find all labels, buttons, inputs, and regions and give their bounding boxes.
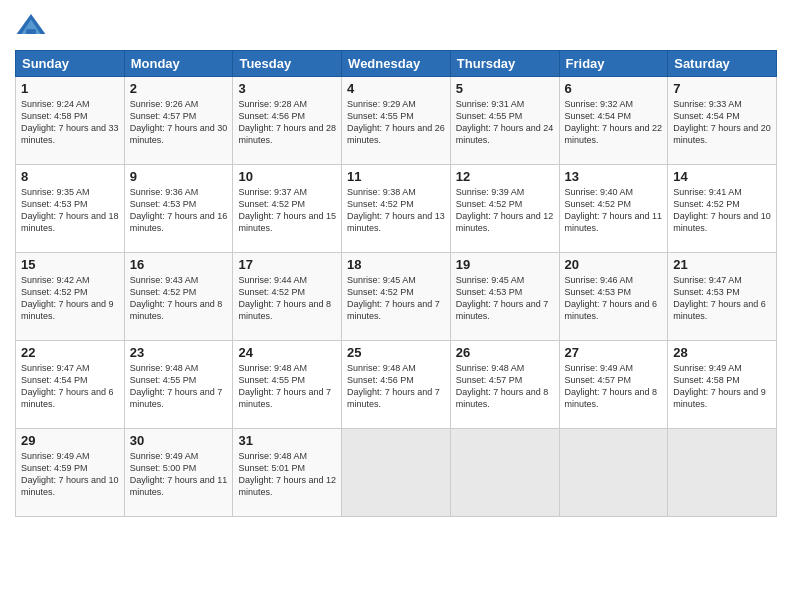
cell-details: Sunrise: 9:45 AMSunset: 4:52 PMDaylight:…	[347, 274, 445, 323]
day-number: 1	[21, 81, 119, 96]
calendar-cell: 23Sunrise: 9:48 AMSunset: 4:55 PMDayligh…	[124, 341, 233, 429]
day-number: 2	[130, 81, 228, 96]
day-number: 3	[238, 81, 336, 96]
cell-details: Sunrise: 9:24 AMSunset: 4:58 PMDaylight:…	[21, 98, 119, 147]
cell-details: Sunrise: 9:38 AMSunset: 4:52 PMDaylight:…	[347, 186, 445, 235]
day-number: 14	[673, 169, 771, 184]
day-of-week-header: Tuesday	[233, 51, 342, 77]
day-number: 26	[456, 345, 554, 360]
calendar-cell: 31Sunrise: 9:48 AMSunset: 5:01 PMDayligh…	[233, 429, 342, 517]
day-number: 11	[347, 169, 445, 184]
day-number: 21	[673, 257, 771, 272]
calendar-cell: 22Sunrise: 9:47 AMSunset: 4:54 PMDayligh…	[16, 341, 125, 429]
day-of-week-header: Thursday	[450, 51, 559, 77]
cell-details: Sunrise: 9:48 AMSunset: 4:55 PMDaylight:…	[238, 362, 336, 411]
day-of-week-header: Wednesday	[342, 51, 451, 77]
calendar-cell: 11Sunrise: 9:38 AMSunset: 4:52 PMDayligh…	[342, 165, 451, 253]
day-number: 17	[238, 257, 336, 272]
day-of-week-header: Sunday	[16, 51, 125, 77]
calendar-cell: 15Sunrise: 9:42 AMSunset: 4:52 PMDayligh…	[16, 253, 125, 341]
calendar-cell	[450, 429, 559, 517]
day-number: 10	[238, 169, 336, 184]
cell-details: Sunrise: 9:49 AMSunset: 4:57 PMDaylight:…	[565, 362, 663, 411]
cell-details: Sunrise: 9:40 AMSunset: 4:52 PMDaylight:…	[565, 186, 663, 235]
calendar-cell: 25Sunrise: 9:48 AMSunset: 4:56 PMDayligh…	[342, 341, 451, 429]
calendar-cell: 12Sunrise: 9:39 AMSunset: 4:52 PMDayligh…	[450, 165, 559, 253]
logo	[15, 10, 49, 42]
calendar-cell: 28Sunrise: 9:49 AMSunset: 4:58 PMDayligh…	[668, 341, 777, 429]
calendar-table: SundayMondayTuesdayWednesdayThursdayFrid…	[15, 50, 777, 517]
svg-rect-2	[26, 29, 36, 34]
calendar-cell: 10Sunrise: 9:37 AMSunset: 4:52 PMDayligh…	[233, 165, 342, 253]
day-number: 4	[347, 81, 445, 96]
calendar-cell: 20Sunrise: 9:46 AMSunset: 4:53 PMDayligh…	[559, 253, 668, 341]
day-number: 19	[456, 257, 554, 272]
day-number: 31	[238, 433, 336, 448]
day-of-week-header: Monday	[124, 51, 233, 77]
day-of-week-header: Friday	[559, 51, 668, 77]
calendar-week-row: 8Sunrise: 9:35 AMSunset: 4:53 PMDaylight…	[16, 165, 777, 253]
cell-details: Sunrise: 9:37 AMSunset: 4:52 PMDaylight:…	[238, 186, 336, 235]
calendar-week-row: 22Sunrise: 9:47 AMSunset: 4:54 PMDayligh…	[16, 341, 777, 429]
cell-details: Sunrise: 9:47 AMSunset: 4:54 PMDaylight:…	[21, 362, 119, 411]
cell-details: Sunrise: 9:48 AMSunset: 4:57 PMDaylight:…	[456, 362, 554, 411]
cell-details: Sunrise: 9:45 AMSunset: 4:53 PMDaylight:…	[456, 274, 554, 323]
cell-details: Sunrise: 9:43 AMSunset: 4:52 PMDaylight:…	[130, 274, 228, 323]
day-number: 22	[21, 345, 119, 360]
calendar-cell: 17Sunrise: 9:44 AMSunset: 4:52 PMDayligh…	[233, 253, 342, 341]
calendar-cell: 26Sunrise: 9:48 AMSunset: 4:57 PMDayligh…	[450, 341, 559, 429]
calendar-week-row: 1Sunrise: 9:24 AMSunset: 4:58 PMDaylight…	[16, 77, 777, 165]
header	[15, 10, 777, 42]
cell-details: Sunrise: 9:49 AMSunset: 5:00 PMDaylight:…	[130, 450, 228, 499]
calendar-cell: 8Sunrise: 9:35 AMSunset: 4:53 PMDaylight…	[16, 165, 125, 253]
day-number: 9	[130, 169, 228, 184]
day-number: 15	[21, 257, 119, 272]
day-number: 5	[456, 81, 554, 96]
calendar-cell	[668, 429, 777, 517]
calendar-cell: 7Sunrise: 9:33 AMSunset: 4:54 PMDaylight…	[668, 77, 777, 165]
page: SundayMondayTuesdayWednesdayThursdayFrid…	[0, 0, 792, 612]
calendar-cell	[559, 429, 668, 517]
cell-details: Sunrise: 9:46 AMSunset: 4:53 PMDaylight:…	[565, 274, 663, 323]
cell-details: Sunrise: 9:47 AMSunset: 4:53 PMDaylight:…	[673, 274, 771, 323]
day-number: 29	[21, 433, 119, 448]
logo-icon	[15, 10, 47, 42]
calendar-cell: 30Sunrise: 9:49 AMSunset: 5:00 PMDayligh…	[124, 429, 233, 517]
day-number: 16	[130, 257, 228, 272]
day-number: 28	[673, 345, 771, 360]
cell-details: Sunrise: 9:32 AMSunset: 4:54 PMDaylight:…	[565, 98, 663, 147]
calendar-cell: 6Sunrise: 9:32 AMSunset: 4:54 PMDaylight…	[559, 77, 668, 165]
day-number: 30	[130, 433, 228, 448]
cell-details: Sunrise: 9:39 AMSunset: 4:52 PMDaylight:…	[456, 186, 554, 235]
cell-details: Sunrise: 9:33 AMSunset: 4:54 PMDaylight:…	[673, 98, 771, 147]
cell-details: Sunrise: 9:29 AMSunset: 4:55 PMDaylight:…	[347, 98, 445, 147]
day-number: 8	[21, 169, 119, 184]
calendar-cell: 13Sunrise: 9:40 AMSunset: 4:52 PMDayligh…	[559, 165, 668, 253]
calendar-cell: 16Sunrise: 9:43 AMSunset: 4:52 PMDayligh…	[124, 253, 233, 341]
cell-details: Sunrise: 9:31 AMSunset: 4:55 PMDaylight:…	[456, 98, 554, 147]
calendar-header-row: SundayMondayTuesdayWednesdayThursdayFrid…	[16, 51, 777, 77]
cell-details: Sunrise: 9:44 AMSunset: 4:52 PMDaylight:…	[238, 274, 336, 323]
calendar-cell: 18Sunrise: 9:45 AMSunset: 4:52 PMDayligh…	[342, 253, 451, 341]
day-number: 13	[565, 169, 663, 184]
calendar-cell: 3Sunrise: 9:28 AMSunset: 4:56 PMDaylight…	[233, 77, 342, 165]
cell-details: Sunrise: 9:35 AMSunset: 4:53 PMDaylight:…	[21, 186, 119, 235]
cell-details: Sunrise: 9:48 AMSunset: 4:56 PMDaylight:…	[347, 362, 445, 411]
calendar-week-row: 29Sunrise: 9:49 AMSunset: 4:59 PMDayligh…	[16, 429, 777, 517]
calendar-cell: 24Sunrise: 9:48 AMSunset: 4:55 PMDayligh…	[233, 341, 342, 429]
calendar-cell: 27Sunrise: 9:49 AMSunset: 4:57 PMDayligh…	[559, 341, 668, 429]
cell-details: Sunrise: 9:48 AMSunset: 5:01 PMDaylight:…	[238, 450, 336, 499]
day-number: 12	[456, 169, 554, 184]
cell-details: Sunrise: 9:42 AMSunset: 4:52 PMDaylight:…	[21, 274, 119, 323]
calendar-cell: 14Sunrise: 9:41 AMSunset: 4:52 PMDayligh…	[668, 165, 777, 253]
calendar-cell	[342, 429, 451, 517]
calendar-cell: 4Sunrise: 9:29 AMSunset: 4:55 PMDaylight…	[342, 77, 451, 165]
calendar-week-row: 15Sunrise: 9:42 AMSunset: 4:52 PMDayligh…	[16, 253, 777, 341]
cell-details: Sunrise: 9:28 AMSunset: 4:56 PMDaylight:…	[238, 98, 336, 147]
cell-details: Sunrise: 9:48 AMSunset: 4:55 PMDaylight:…	[130, 362, 228, 411]
calendar-cell: 5Sunrise: 9:31 AMSunset: 4:55 PMDaylight…	[450, 77, 559, 165]
day-number: 20	[565, 257, 663, 272]
day-number: 7	[673, 81, 771, 96]
calendar-cell: 9Sunrise: 9:36 AMSunset: 4:53 PMDaylight…	[124, 165, 233, 253]
day-number: 25	[347, 345, 445, 360]
